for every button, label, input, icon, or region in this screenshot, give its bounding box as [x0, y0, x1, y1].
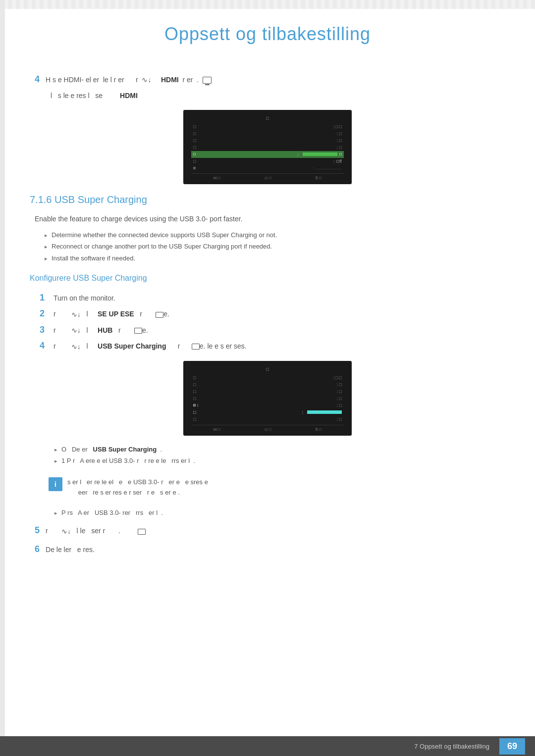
osd-mockup-2: □ □: □ □ □: □ □: □ □: □ I : □	[183, 361, 352, 436]
step5-number: 5	[35, 525, 40, 536]
osd2-bottom-3: ⎘ □	[316, 427, 321, 432]
osd1-row7: : ................	[191, 165, 344, 171]
page-container: Oppsett og tilbakestilling 4 H s e HDMI-…	[0, 0, 535, 756]
step6-text: De le ler e res.	[46, 544, 95, 556]
osd2-bottom-1: III □	[214, 427, 220, 432]
osd2-row3: □: □	[191, 388, 344, 395]
step6-number: 6	[35, 544, 40, 554]
osd1-bottom-1: III □	[214, 176, 220, 180]
step4-subtext: l s le e res l se HDMI	[51, 90, 505, 102]
note-text: s er l er re le el e e USB 3.0- r er e e…	[67, 477, 208, 498]
osd1-bottom-3: ⎘ □	[316, 176, 321, 180]
step6-block: 6 De le ler e res.	[35, 544, 505, 560]
osd2-row2: □: □	[191, 381, 344, 388]
step4-sub-bullets-2: P rs A er USB 3.0- rer rrs er l .	[54, 507, 505, 518]
section716-intro: Enable the feature to charge devices usi…	[35, 213, 505, 225]
sub-bullet-prs: P rs A er USB 3.0- rer rrs er l .	[54, 507, 505, 518]
configure-steps-list: 1 Turn on the monitor. 2 r ∿↓ l SE UP ES…	[40, 290, 505, 354]
config-step-2: 2 r ∿↓ l SE UP ESE r e.	[40, 305, 505, 321]
osd2-row5: I : □	[191, 402, 344, 409]
osd1-row3: □: □	[191, 137, 344, 144]
section-716-heading: 7.1.6 USB Super Charging	[30, 194, 505, 205]
enable-bullet-3: Install the software if needed.	[45, 252, 505, 264]
config-step-4: 4 r ∿↓ l USB Super Charging r e. le e s …	[40, 338, 505, 353]
osd2-row1: □: □ □	[191, 374, 344, 381]
enable-bullets-list: Determine whether the connected device s…	[45, 229, 505, 264]
config-step-1-text: Turn on the monitor.	[54, 292, 115, 304]
step4-line1: 4 H s e HDMI- el er le l r er r ∿↓ HDMI …	[35, 74, 505, 90]
osd1-title: □	[191, 116, 344, 121]
osd2-bottom-bar: III □ ◇ □ ⎘ □	[191, 425, 344, 432]
step4-sub-bullets: O De er USB Super Charging . 1 P r A ere…	[54, 444, 505, 467]
step4-block: 4 H s e HDMI- el er le l r er r ∿↓ HDMI …	[35, 74, 505, 102]
config-step-1: 1 Turn on the monitor.	[40, 290, 505, 305]
osd2-title: □	[191, 367, 344, 372]
osd2-row6-cyan: □ :	[191, 409, 344, 416]
osd1-bottom-2: ◇ □	[265, 176, 271, 180]
configure-subheading: Konfigurere USB Super Charging	[30, 274, 505, 283]
footer-page-number: 69	[499, 738, 525, 755]
step4-text: H s e HDMI- el er le l r er r ∿↓ HDMI r …	[46, 74, 212, 86]
osd2-row7: □: □	[191, 416, 344, 423]
osd1-row6: □: Off	[191, 158, 344, 165]
sub-bullet-1p: 1 P r A ere e el USB 3.0- r r re e le rr…	[54, 455, 505, 466]
step4-number: 4	[35, 74, 40, 85]
step5-block: 5 r ∿↓ l le ser r .	[35, 525, 505, 541]
osd-mockup-1: □ □: □ □ □: □ □: □ □: □ :	[183, 110, 352, 184]
osd1-row4: □: □	[191, 144, 344, 151]
osd1-row2: □: □	[191, 130, 344, 137]
config-step-3-text: r ∿↓ l HUB r e.	[54, 324, 148, 337]
osd-mockup-1-container: □ □: □ □ □: □ □: □ □: □ :	[30, 110, 505, 184]
step5-text: r ∿↓ l le ser r .	[46, 525, 146, 537]
osd2-row4: □: □	[191, 395, 344, 402]
osd-mockup-2-container: □ □: □ □ □: □ □: □ □: □ I : □	[30, 361, 505, 436]
osd1-bottom-bar: III □ ◇ □ ⎘ □	[191, 173, 344, 180]
main-content: Oppsett og tilbakestilling 4 H s e HDMI-…	[30, 9, 505, 560]
note-box: i s er l er re le el e e USB 3.0- r er e…	[45, 473, 490, 502]
config-step-2-text: r ∿↓ l SE UP ESE r e.	[54, 308, 169, 321]
osd2-bottom-2: ◇ □	[265, 427, 271, 432]
config-step-4-text: r ∿↓ l USB Super Charging r e. le e s er…	[54, 340, 247, 353]
osd1-row1: □: □ □	[191, 123, 344, 130]
osd1-row5-highlighted: :	[191, 151, 344, 158]
page-title: Oppsett og tilbakestilling	[30, 24, 505, 45]
enable-bullet-2: Reconnect or change another port to the …	[45, 241, 505, 252]
enable-bullet-1: Determine whether the connected device s…	[45, 229, 505, 241]
note-icon: i	[49, 477, 62, 491]
config-step-3: 3 r ∿↓ l HUB r e.	[40, 322, 505, 338]
step4-line2: l s le e res l se HDMI	[51, 90, 505, 102]
page-footer: 7 Oppsett og tilbakestilling 69	[0, 736, 535, 756]
sub-bullet-off: O De er USB Super Charging .	[54, 444, 505, 455]
top-decorative-strip	[0, 0, 535, 9]
left-accent-bar	[0, 0, 5, 756]
footer-section-label: 7 Oppsett og tilbakestilling	[414, 743, 489, 750]
